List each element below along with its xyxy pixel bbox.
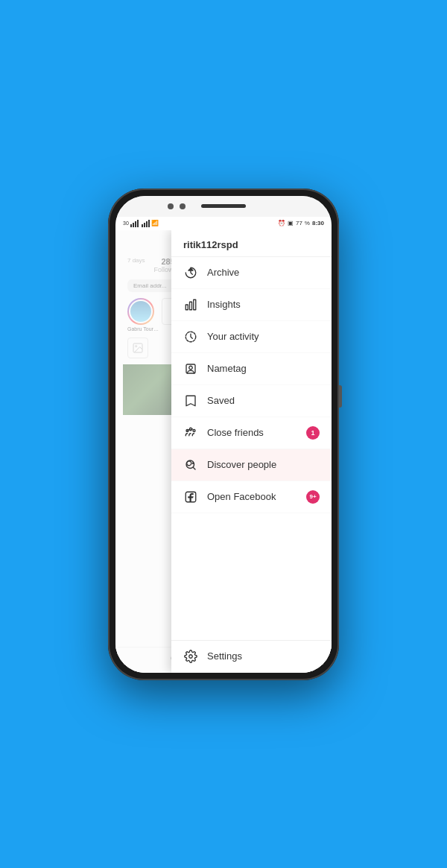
menu-item-nametag[interactable]: Nametag bbox=[171, 353, 332, 385]
menu-item-facebook[interactable]: Open Facebook 9+ bbox=[171, 481, 332, 513]
close-friends-badge: 1 bbox=[306, 426, 320, 440]
settings-icon bbox=[183, 649, 198, 664]
close-friends-icon bbox=[183, 425, 198, 440]
svg-rect-3 bbox=[190, 302, 192, 310]
wifi-icon: 📶 bbox=[151, 220, 159, 226]
close-friends-label: Close friends bbox=[207, 427, 306, 438]
facebook-label: Open Facebook bbox=[207, 491, 306, 502]
menu-header: ritik112rspd bbox=[171, 230, 332, 257]
phone-top-bar bbox=[115, 196, 332, 217]
svg-point-7 bbox=[189, 366, 193, 370]
camera-left bbox=[168, 203, 174, 209]
alarm-icon: ⏰ bbox=[278, 220, 285, 226]
svg-point-10 bbox=[193, 429, 195, 431]
settings-label: Settings bbox=[207, 650, 320, 662]
menu-spacer bbox=[171, 513, 332, 640]
speaker bbox=[201, 204, 246, 208]
insights-label: Insights bbox=[207, 299, 320, 310]
menu-item-activity[interactable]: Your activity bbox=[171, 321, 332, 353]
svg-point-13 bbox=[189, 654, 193, 658]
facebook-icon bbox=[183, 490, 198, 504]
camera-right bbox=[180, 203, 186, 209]
dropdown-left-space bbox=[115, 230, 171, 673]
dropdown-overlay: ritik112rspd Archive bbox=[115, 230, 332, 673]
nametag-label: Nametag bbox=[207, 363, 320, 374]
menu-item-settings[interactable]: Settings bbox=[171, 640, 332, 673]
svg-rect-2 bbox=[186, 305, 188, 310]
saved-label: Saved bbox=[207, 395, 320, 406]
insights-icon bbox=[183, 297, 198, 312]
menu-item-saved[interactable]: Saved bbox=[171, 385, 332, 417]
menu-username: ritik112rspd bbox=[183, 239, 238, 250]
menu-item-close-friends[interactable]: Close friends 1 bbox=[171, 417, 332, 449]
svg-rect-4 bbox=[194, 300, 196, 310]
battery-indicator: ▣ bbox=[288, 220, 294, 226]
archive-label: Archive bbox=[207, 267, 320, 278]
discover-icon bbox=[183, 457, 198, 472]
side-button bbox=[339, 385, 342, 408]
menu-item-discover[interactable]: Discover people bbox=[171, 449, 332, 481]
status-left: 30 📶 bbox=[123, 220, 159, 227]
archive-icon bbox=[183, 265, 198, 280]
activity-label: Your activity bbox=[207, 331, 320, 342]
nametag-icon bbox=[183, 361, 198, 376]
signal-bars-2 bbox=[142, 220, 150, 227]
battery-percent: 77 bbox=[296, 220, 302, 226]
saved-icon bbox=[183, 393, 198, 408]
menu-item-archive[interactable]: Archive bbox=[171, 257, 332, 289]
dropdown-menu: ritik112rspd Archive bbox=[171, 230, 332, 673]
screen-content: 2 7 days 285 Following Email addr... bbox=[115, 230, 332, 673]
phone-screen: 30 📶 ⏰ ▣ 77% 8:30 bbox=[115, 196, 332, 673]
discover-label: Discover people bbox=[207, 459, 320, 470]
time-display: 8:30 bbox=[312, 220, 324, 226]
status-right: ⏰ ▣ 77% 8:30 bbox=[278, 220, 324, 226]
signal-bars-1 bbox=[130, 220, 139, 227]
facebook-badge: 9+ bbox=[306, 490, 320, 504]
status-bar: 30 📶 ⏰ ▣ 77% 8:30 bbox=[115, 217, 332, 230]
menu-item-insights[interactable]: Insights bbox=[171, 289, 332, 321]
signal-text: 30 bbox=[123, 221, 129, 226]
phone-frame: 30 📶 ⏰ ▣ 77% 8:30 bbox=[108, 189, 339, 680]
activity-icon bbox=[183, 329, 198, 344]
